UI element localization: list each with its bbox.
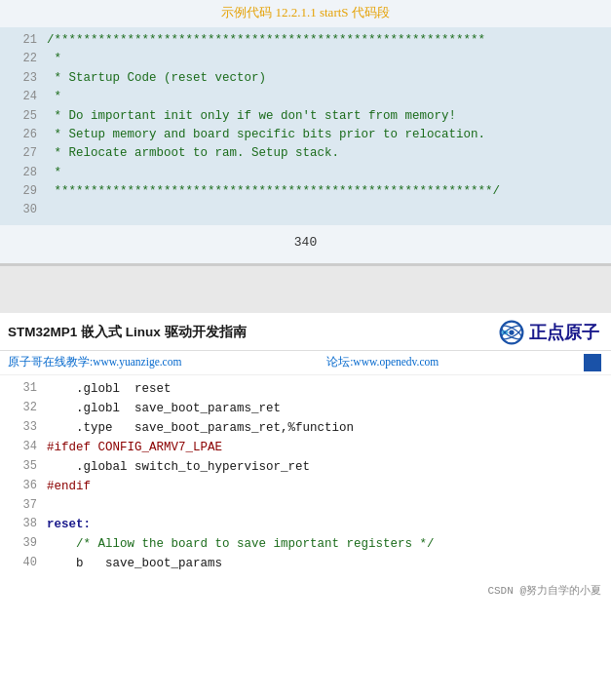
bottom-code-line: 36#endif: [10, 477, 601, 496]
top-code-line: 21/*************************************…: [10, 31, 601, 50]
top-code-line: 28 *: [10, 164, 601, 182]
top-code-line: 29 *************************************…: [10, 182, 601, 201]
line-number: 34: [10, 438, 37, 456]
top-code-line: 27 * Relocate armboot to ram. Setup stac…: [10, 144, 601, 163]
line-number: 25: [10, 107, 37, 126]
line-number: 21: [10, 31, 37, 50]
bottom-code-line: 34#ifdef CONFIG_ARMV7_LPAE: [10, 438, 601, 457]
top-code-line: 23 * Startup Code (reset vector): [10, 69, 601, 88]
line-code: #ifdef CONFIG_ARMV7_LPAE: [47, 438, 222, 457]
title-text: 示例代码 12.2.1.1 startS 代码段: [221, 5, 390, 19]
bottom-links: 原子哥在线教学:www.yuanzige.com 论坛:www.openedv.…: [0, 351, 611, 375]
page-number: 340: [0, 225, 611, 263]
line-number: 29: [10, 182, 37, 201]
line-number: 40: [10, 554, 37, 572]
bottom-code-block: 31 .globl reset32 .globl save_boot_param…: [0, 375, 611, 579]
bottom-code-line: 32 .globl save_boot_params_ret: [10, 399, 601, 418]
top-section: 示例代码 12.2.1.1 startS 代码段 21/************…: [0, 0, 611, 266]
line-number: 35: [10, 457, 37, 476]
bottom-header: STM32MP1 嵌入式 Linux 驱动开发指南 正点原子: [0, 313, 611, 351]
bottom-code-line: 39 /* Allow the board to save important …: [10, 534, 601, 554]
line-code: .type save_boot_params_ret,%function: [47, 418, 354, 438]
line-code: .globl reset: [47, 379, 172, 399]
line-code: b save_boot_params: [47, 554, 222, 573]
line-number: 38: [10, 515, 37, 533]
line-number: 28: [10, 164, 37, 182]
top-code-line: 24 *: [10, 88, 601, 106]
top-code-line: 30: [10, 201, 601, 219]
top-code-line: 25 * Do important init only if we don't …: [10, 107, 601, 126]
bottom-section: STM32MP1 嵌入式 Linux 驱动开发指南 正点原子 原子哥在线教学:w…: [0, 313, 611, 602]
line-code: *: [47, 88, 61, 106]
svg-point-3: [509, 330, 514, 334]
line-number: 24: [10, 88, 37, 106]
top-code-block: 21/*************************************…: [0, 27, 611, 225]
line-code: reset:: [47, 515, 91, 534]
bottom-code-line: 35 .global switch_to_hypervisor_ret: [10, 457, 601, 477]
line-number: 26: [10, 126, 37, 144]
line-code: * Do important init only if we don't sta…: [47, 107, 456, 126]
blue-square: [584, 354, 601, 371]
line-number: 31: [10, 379, 37, 398]
bottom-code-line: 33 .type save_boot_params_ret,%function: [10, 418, 601, 438]
line-code: /***************************************…: [47, 31, 485, 50]
footer-text: CSDN @努力自学的小夏: [487, 585, 601, 597]
logo-icon: [498, 319, 525, 346]
line-code: * Relocate armboot to ram. Setup stack.: [47, 144, 339, 163]
line-number: 27: [10, 144, 37, 163]
link-left[interactable]: 原子哥在线教学:www.yuanzige.com: [8, 355, 181, 369]
line-code: ****************************************…: [47, 182, 500, 201]
line-code: #endif: [47, 477, 91, 496]
line-code: /* Allow the board to save important reg…: [47, 534, 435, 554]
logo-area: 正点原子: [498, 319, 599, 346]
section-title: 示例代码 12.2.1.1 startS 代码段: [0, 0, 611, 27]
bottom-footer: CSDN @努力自学的小夏: [0, 579, 611, 602]
line-number: 33: [10, 418, 37, 437]
line-code: *: [47, 50, 61, 68]
top-code-line: 22 *: [10, 50, 601, 68]
line-number: 23: [10, 69, 37, 88]
line-code: .global switch_to_hypervisor_ret: [47, 457, 310, 477]
bottom-code-line: 40 b save_boot_params: [10, 554, 601, 573]
line-number: 39: [10, 534, 37, 553]
line-code: .globl save_boot_params_ret: [47, 399, 281, 418]
top-code-line: 26 * Setup memory and board specific bit…: [10, 126, 601, 144]
line-number: 22: [10, 50, 37, 68]
logo-text: 正点原子: [529, 321, 599, 344]
bottom-code-line: 38reset:: [10, 515, 601, 534]
line-number: 36: [10, 477, 37, 495]
line-number: 30: [10, 201, 37, 219]
line-code: * Setup memory and board specific bits p…: [47, 126, 485, 144]
bottom-code-line: 37: [10, 496, 601, 515]
line-code: *: [47, 164, 61, 182]
bottom-code-line: 31 .globl reset: [10, 379, 601, 399]
bottom-title: STM32MP1 嵌入式 Linux 驱动开发指南: [8, 324, 247, 341]
line-number: 37: [10, 496, 37, 515]
svg-point-5: [504, 331, 507, 334]
line-code: * Startup Code (reset vector): [47, 69, 266, 88]
section-gap: [0, 266, 611, 313]
line-number: 32: [10, 399, 37, 417]
link-right[interactable]: 论坛:www.openedv.com: [326, 355, 439, 369]
